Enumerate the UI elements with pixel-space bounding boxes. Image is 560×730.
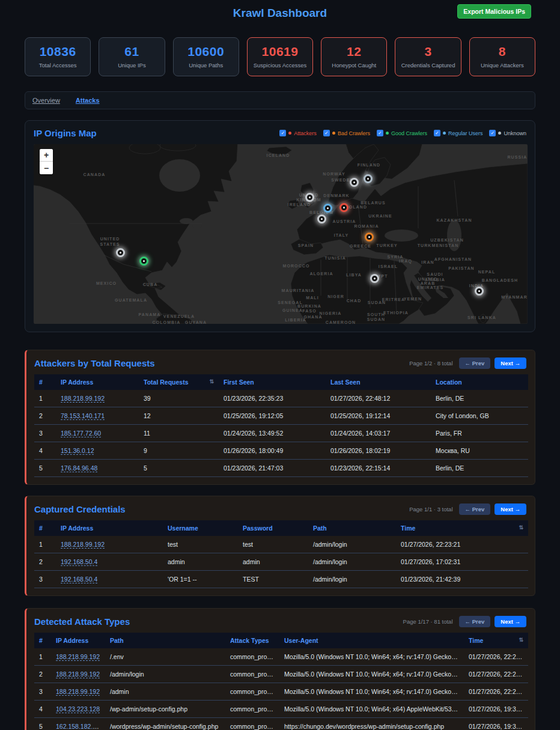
- country-label: VENEZUELA: [163, 314, 195, 318]
- world-map[interactable]: CANADAUNITEDSTATESMEXICOCUBAGUATEMALAPAN…: [34, 144, 528, 324]
- table-cell: 11: [139, 425, 219, 442]
- stat-value: 10836: [28, 44, 88, 59]
- table-cell: /.env: [105, 648, 225, 666]
- column-header: Attack Types: [225, 633, 279, 648]
- map-marker-unknown[interactable]: [364, 174, 373, 183]
- table-cell: 188.218.99.192: [56, 536, 163, 553]
- map-marker-good-crawlers[interactable]: [139, 257, 148, 266]
- tab-attacks[interactable]: Attacks: [76, 97, 100, 104]
- stat-label: Unique Attackers: [472, 62, 532, 68]
- country-label: PANAMA: [139, 312, 161, 317]
- checkbox-checked-icon[interactable]: ✓: [489, 130, 496, 136]
- country-label: AUSTRIA: [333, 219, 356, 224]
- ip-address-link[interactable]: 188.218.99.192: [56, 688, 100, 696]
- next-page-button[interactable]: Next →: [495, 616, 526, 627]
- ip-address-link[interactable]: 151.36.0.12: [61, 447, 94, 455]
- table-cell: 3: [34, 425, 56, 442]
- checkbox-checked-icon[interactable]: ✓: [323, 130, 330, 136]
- stats-row: 10836Total Accesses61Unique IPs10600Uniq…: [25, 37, 535, 76]
- map-marker-unknown[interactable]: [116, 248, 125, 257]
- country-label: BANGLADESH: [482, 278, 518, 282]
- ip-address-link[interactable]: 188.218.99.192: [56, 653, 100, 661]
- checkbox-checked-icon[interactable]: ✓: [434, 130, 440, 136]
- map-marker-unknown[interactable]: [475, 287, 484, 296]
- country-label: CAMEROON: [326, 320, 356, 324]
- zoom-in-button[interactable]: +: [40, 149, 53, 162]
- legend-item-good-crawlers[interactable]: ✓Good Crawlers: [377, 130, 427, 136]
- legend-dot-icon: [332, 132, 335, 135]
- ip-address-link[interactable]: 176.84.96.48: [61, 464, 97, 472]
- table-cell: common_probes: [225, 666, 279, 683]
- column-header: Time⇅: [396, 520, 528, 536]
- table-cell: 4: [34, 442, 56, 460]
- stat-card: 61Unique IPs: [99, 37, 165, 76]
- next-page-button[interactable]: Next →: [495, 357, 526, 369]
- ip-address-link[interactable]: 188.218.99.192: [61, 541, 105, 549]
- map-marker-unknown[interactable]: [370, 274, 379, 283]
- table-cell: 01/27/2026, 19:35:33: [464, 718, 528, 730]
- country-label: IRELAND: [288, 202, 311, 207]
- map-marker-bad-crawlers[interactable]: [365, 233, 374, 242]
- data-table: #IP AddressTotal Requests⇅First SeenLast…: [34, 374, 528, 477]
- ip-address-link[interactable]: 162.158.182.104: [56, 723, 103, 730]
- country-label: SRI LANKA: [467, 315, 496, 320]
- ip-address-link[interactable]: 188.218.99.192: [56, 671, 100, 678]
- stat-card: 8Unique Attackers: [469, 37, 535, 76]
- sort-icon[interactable]: ⇅: [519, 525, 523, 531]
- table-cell: 192.168.50.4: [56, 571, 163, 588]
- country-label: SPAIN: [298, 243, 314, 248]
- ip-address-link[interactable]: 185.177.72.60: [61, 430, 101, 437]
- map-marker-attackers[interactable]: [339, 203, 348, 212]
- table-cell: 4: [34, 701, 51, 718]
- pagination: Page 1/1 · 3 total← PrevNext →: [409, 503, 526, 515]
- column-header: Password: [238, 520, 308, 536]
- table-card-head: Detected Attack TypesPage 1/17 · 81 tota…: [34, 616, 526, 627]
- tab-bar: Overview Attacks: [25, 91, 535, 109]
- table-row: 3185.177.72.601101/24/2026, 13:49:5201/2…: [34, 425, 528, 442]
- table-row: 3192.168.50.4'OR 1=1 --TEST/admin/login0…: [34, 571, 528, 588]
- country-label: UZBEKISTAN: [430, 238, 464, 242]
- country-label: UKRAINE: [368, 214, 392, 218]
- country-label: MAURITANIA: [282, 288, 315, 293]
- ip-address-link[interactable]: 78.153.140.171: [61, 412, 105, 420]
- table-cell: 01/23/2026, 21:47:03: [219, 460, 326, 477]
- legend-item-attackers[interactable]: ✓Attackers: [279, 130, 317, 136]
- prev-page-button[interactable]: ← Prev: [459, 616, 491, 627]
- checkbox-checked-icon[interactable]: ✓: [279, 130, 286, 136]
- export-malicious-ips-button[interactable]: Export Malicious IPs: [457, 4, 531, 19]
- legend-item-regular-users[interactable]: ✓Regular Users: [434, 130, 483, 136]
- column-header: First Seen: [219, 374, 326, 390]
- tab-overview[interactable]: Overview: [32, 97, 60, 104]
- country-label: GUATEMALA: [115, 298, 147, 302]
- next-page-button[interactable]: Next →: [495, 503, 526, 515]
- table-cell: test: [238, 536, 308, 553]
- country-label: SUDAN: [368, 300, 386, 305]
- stat-value: 10619: [250, 44, 310, 59]
- map-marker-unknown[interactable]: [350, 178, 359, 187]
- map-marker-unknown[interactable]: [305, 193, 314, 202]
- ip-address-link[interactable]: 188.218.99.192: [61, 395, 105, 403]
- checkbox-checked-icon[interactable]: ✓: [377, 130, 383, 136]
- country-label: NIGERIA: [320, 311, 342, 315]
- legend-item-bad-crawlers[interactable]: ✓Bad Crawlers: [323, 130, 370, 136]
- sort-icon[interactable]: ⇅: [519, 637, 523, 643]
- ip-address-link[interactable]: 192.168.50.4: [61, 576, 97, 583]
- map-zoom-control: + −: [40, 149, 53, 174]
- country-label: TURKEY: [376, 243, 397, 248]
- country-label: KAZAKHSTAN: [436, 218, 472, 222]
- map-marker-unknown[interactable]: [317, 214, 326, 224]
- legend-item-unknown[interactable]: ✓Unknown: [489, 130, 526, 136]
- prev-page-button[interactable]: ← Prev: [459, 503, 491, 515]
- country-label: DENMARK: [323, 193, 349, 198]
- sort-icon[interactable]: ⇅: [209, 379, 214, 385]
- table-cell: Mozilla/5.0 (Windows NT 10.0; Win64; x64…: [279, 648, 464, 666]
- country-label: COLOMBIA: [153, 320, 181, 324]
- ip-address-link[interactable]: 104.23.223.128: [56, 705, 100, 713]
- map-marker-regular-users[interactable]: [323, 204, 332, 213]
- stat-value: 61: [102, 44, 162, 59]
- table-cell: 78.153.140.171: [56, 407, 139, 425]
- prev-page-button[interactable]: ← Prev: [459, 357, 491, 369]
- table-row: 1188.218.99.192testtest/admin/login01/27…: [34, 536, 528, 553]
- ip-address-link[interactable]: 192.168.50.4: [61, 558, 97, 566]
- zoom-out-button[interactable]: −: [40, 162, 53, 174]
